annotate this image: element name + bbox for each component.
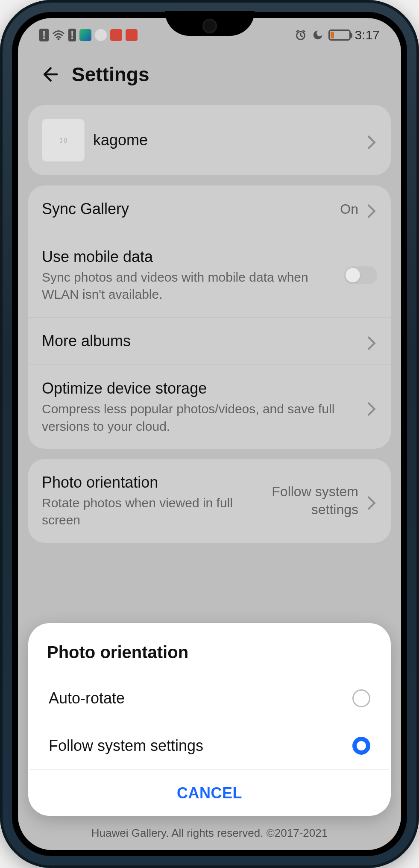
display-notch — [165, 11, 255, 36]
dialog-cancel-button[interactable]: CANCEL — [28, 770, 391, 812]
dialog-option-label: Follow system settings — [49, 737, 203, 755]
dialog-option-follow-system[interactable]: Follow system settings — [30, 722, 389, 770]
orientation-dialog: Photo orientation Auto-rotate Follow sys… — [28, 623, 391, 816]
screen: ! ! — [18, 18, 401, 850]
dialog-option-auto-rotate[interactable]: Auto-rotate — [30, 675, 389, 722]
dialog-title: Photo orientation — [28, 638, 391, 675]
dialog-option-label: Auto-rotate — [49, 689, 125, 707]
radio-selected-icon — [352, 737, 370, 755]
radio-unselected-icon — [352, 689, 370, 707]
phone-frame: ! ! — [0, 0, 419, 868]
